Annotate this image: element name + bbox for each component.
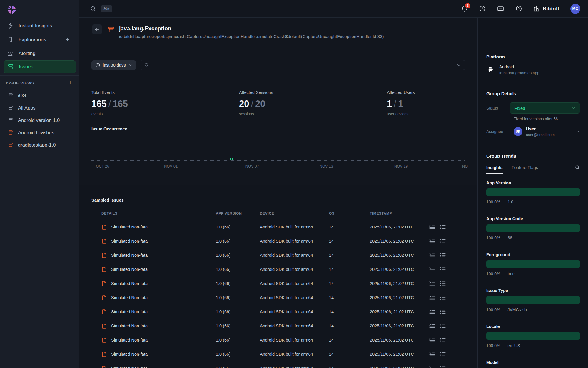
row-app-version: 1.0 (66) — [216, 253, 260, 258]
table-row[interactable]: Simulated Non-fatal 1.0 (66) Android SDK… — [101, 305, 465, 319]
x-tick-label: NOV 19 — [394, 164, 408, 168]
nonfatal-file-icon — [101, 352, 107, 357]
view-logs-icon[interactable] — [429, 253, 435, 258]
list-view-icon[interactable] — [440, 239, 446, 243]
row-device: Android SDK built for arm64 — [260, 239, 329, 243]
row-details: Simulated Non-fatal — [111, 366, 148, 368]
table-row[interactable]: Simulated Non-fatal 1.0 (66) Android SDK… — [101, 347, 465, 361]
view-logs-icon[interactable] — [429, 338, 435, 342]
list-view-icon[interactable] — [440, 338, 446, 342]
sidebar-item-issue-view[interactable]: Android version 1.0 — [0, 114, 79, 126]
trend-tab[interactable]: Insights — [486, 165, 503, 174]
view-logs-icon[interactable] — [429, 267, 435, 272]
trend-search-icon[interactable] — [575, 165, 580, 174]
row-app-version: 1.0 (66) — [216, 267, 260, 272]
back-button[interactable] — [92, 24, 102, 34]
app-logo-icon[interactable] — [6, 4, 79, 15]
list-view-icon[interactable] — [440, 366, 446, 368]
list-view-icon[interactable] — [440, 253, 446, 258]
x-tick-label: NOV 07 — [245, 164, 259, 168]
view-logs-icon[interactable] — [429, 239, 435, 243]
row-app-version: 1.0 (66) — [216, 352, 260, 357]
user-avatar[interactable]: MG — [570, 4, 580, 14]
time-range-dropdown[interactable]: last 30 days — [91, 60, 136, 70]
table-row[interactable]: Simulated Non-fatal 1.0 (66) Android SDK… — [101, 248, 465, 262]
org-switcher[interactable]: Bitdrift — [533, 6, 559, 12]
view-logs-icon[interactable] — [429, 366, 435, 368]
list-view-icon[interactable] — [440, 267, 446, 272]
building-icon — [533, 6, 540, 12]
table-row[interactable]: Simulated Non-fatal 1.0 (66) Android SDK… — [101, 361, 465, 368]
view-logs-icon[interactable] — [429, 309, 435, 314]
row-details: Simulated Non-fatal — [111, 295, 148, 300]
issue-filter-input[interactable] — [140, 60, 465, 70]
group-trends-tabs: Insights Feature Flags — [486, 165, 580, 174]
trend-value: true — [507, 271, 514, 276]
notifications-button[interactable]: 3 — [461, 5, 468, 12]
trend-value: en_US — [507, 343, 520, 348]
list-view-icon[interactable] — [440, 309, 446, 314]
row-app-version: 1.0 (66) — [216, 281, 260, 286]
issue-view-label: All Apps — [18, 105, 36, 111]
list-view-icon[interactable] — [440, 352, 446, 357]
view-logs-icon[interactable] — [429, 281, 435, 286]
list-view-icon[interactable] — [440, 295, 446, 300]
issue-box-icon — [7, 64, 14, 70]
clock-icon — [95, 63, 100, 68]
view-logs-icon[interactable] — [429, 352, 435, 357]
keyboard-shortcuts-button[interactable] — [497, 5, 504, 12]
table-row[interactable]: Simulated Non-fatal 1.0 (66) Android SDK… — [101, 276, 465, 291]
topbar: ⌘K 3 Bitdrift MG — [79, 0, 588, 18]
issue-occurrence-plot — [91, 135, 465, 161]
trend-value: 1.0 — [507, 200, 513, 204]
issue-box-icon — [8, 142, 13, 147]
view-logs-icon[interactable] — [429, 324, 435, 328]
table-row[interactable]: Simulated Non-fatal 1.0 (66) Android SDK… — [101, 262, 465, 276]
add-issue-view-button[interactable]: + — [68, 80, 72, 86]
table-row[interactable]: Simulated Non-fatal 1.0 (66) Android SDK… — [101, 333, 465, 347]
sidebar-item-explorations[interactable]: Explorations + — [4, 33, 76, 47]
table-row[interactable]: Simulated Non-fatal 1.0 (66) Android SDK… — [101, 319, 465, 333]
list-view-icon[interactable] — [440, 281, 446, 286]
issue-view-label: Android Crashes — [18, 130, 54, 135]
phone-icon — [7, 37, 14, 43]
sidebar-item-issue-view[interactable]: gradletestapp-1.0 — [0, 139, 79, 151]
history-button[interactable] — [479, 5, 486, 12]
notification-badge: 3 — [465, 3, 470, 8]
issue-box-icon — [8, 93, 13, 98]
table-row[interactable]: Simulated Non-fatal 1.0 (66) Android SDK… — [101, 291, 465, 305]
row-device: Android SDK built for arm64 — [260, 295, 329, 300]
stat-value: 20 — [239, 99, 249, 109]
nonfatal-file-icon — [101, 337, 107, 343]
nonfatal-file-icon — [101, 238, 107, 244]
status-select[interactable]: Fixed — [510, 102, 580, 114]
table-row[interactable]: Simulated Non-fatal 1.0 (66) Android SDK… — [101, 234, 465, 248]
trend-divider — [478, 318, 588, 318]
sidebar-item-instant-insights[interactable]: Instant Insights — [4, 19, 76, 33]
trend-tab[interactable]: Feature Flags — [512, 165, 538, 174]
stat-label: Affected Users — [387, 90, 415, 95]
issue-views-header: ISSUE VIEWS + — [0, 77, 79, 89]
row-details: Simulated Non-fatal — [111, 239, 148, 243]
row-timestamp: 2025/11/06, 21:02 UTC — [370, 295, 429, 300]
list-view-icon[interactable] — [440, 225, 446, 229]
chart-bar — [230, 158, 231, 160]
list-view-icon[interactable] — [440, 324, 446, 328]
x-tick-label: NO — [462, 164, 468, 168]
global-search[interactable]: ⌘K — [90, 5, 112, 12]
view-logs-icon[interactable] — [429, 295, 435, 300]
stat-value: 165 — [91, 99, 107, 109]
chevron-down-icon[interactable] — [457, 63, 461, 67]
sidebar-item-issues[interactable]: Issues — [4, 60, 76, 73]
sidebar-item-alerting[interactable]: Alerting — [4, 47, 76, 60]
assignee-row[interactable]: Assignee UR User user@email.com — [486, 126, 580, 137]
row-os: 14 — [329, 352, 370, 357]
sidebar-item-issue-view[interactable]: All Apps — [0, 102, 79, 114]
view-logs-icon[interactable] — [429, 225, 435, 229]
table-row[interactable]: Simulated Non-fatal 1.0 (66) Android SDK… — [101, 220, 465, 234]
issue-box-icon — [8, 130, 13, 135]
add-exploration-button[interactable]: + — [66, 37, 69, 43]
help-button[interactable] — [515, 5, 522, 12]
sidebar-item-issue-view[interactable]: iOS — [0, 89, 79, 102]
sidebar-item-issue-view[interactable]: Android Crashes — [0, 126, 79, 139]
